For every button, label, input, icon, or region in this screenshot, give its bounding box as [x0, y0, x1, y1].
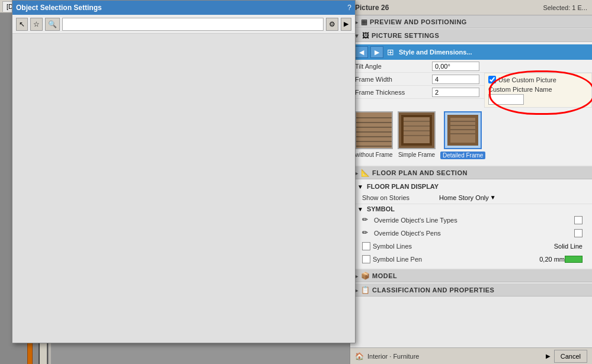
classification-section-header[interactable]: ▶ 📋 CLASSIFICATION AND PROPERTIES: [350, 284, 592, 297]
style-dropdown-icon: ⊞: [387, 47, 394, 57]
style-nav-back[interactable]: ◀: [355, 46, 368, 58]
tilt-angle-label: Tilt Angle: [355, 63, 432, 70]
floor-plan-content: ▼ FLOOR PLAN DISPLAY Show on Stories Hom…: [350, 179, 592, 268]
detailed-frame-option[interactable]: Detailed Frame: [440, 111, 485, 159]
override-pens-row: ✏ Override Object's Pens: [350, 227, 592, 240]
bottom-bar: 🏠 Interior · Furniture ▶ Cancel: [350, 347, 592, 364]
oss-title: Object Selection Settings: [16, 4, 102, 12]
override-pens-checkbox[interactable]: [574, 229, 583, 237]
use-custom-checkbox[interactable]: [488, 76, 496, 83]
symbol-line-pen-value: 0,20 mm: [539, 256, 565, 263]
show-on-stories-value: Home Story Only: [439, 194, 489, 201]
picture-settings-content: ◀ ▶ ⊞ Style and Dimensions... Tilt Angle…: [350, 42, 592, 165]
tilt-angle-value[interactable]: 0,00°: [432, 62, 479, 71]
floor-plan-display-label: FLOOR PLAN DISPLAY: [367, 183, 439, 190]
override-pens-icon: ✏: [362, 228, 372, 238]
picture-settings-label: PICTURE SETTINGS: [372, 32, 439, 39]
picture-settings-icon: 🖼: [362, 31, 369, 40]
right-panel: Picture 26 Selected: 1 E... ▶ ▦ PREVIEW …: [350, 0, 592, 364]
custom-name-row: Custom Picture Name: [488, 86, 588, 93]
without-frame-thumb: [355, 111, 393, 149]
simple-frame-label: Simple Frame: [398, 152, 435, 158]
floor-plan-display-collapse: ▼: [357, 183, 363, 190]
symbol-line-pen-row: Symbol Line Pen 0,20 mm: [350, 253, 592, 266]
frame-props: Frame Width 4 Frame Thickness 2: [350, 73, 484, 108]
custom-name-value-row: 2: [488, 94, 588, 105]
override-line-types-row: ✏ Override Object's Line Types: [350, 214, 592, 227]
floor-plan-section-label: FLOOR PLAN AND SECTION: [372, 169, 468, 176]
help-button[interactable]: ?: [347, 4, 351, 12]
symbol-label: SYMBOL: [367, 205, 395, 212]
frame-custom-row: Frame Width 4 Frame Thickness 2 Use Cust…: [350, 73, 592, 108]
override-pens-label: Override Object's Pens: [374, 230, 574, 237]
oss-dialog: Object Selection Settings ? ↖ ☆ 🔍 ⚙ ▶: [12, 0, 356, 343]
symbol-lines-value: Solid Line: [554, 243, 583, 250]
expand-button[interactable]: ▶: [341, 18, 351, 31]
detailed-frame-inner: [447, 115, 478, 146]
tilt-angle-row: Tilt Angle 0,00°: [350, 60, 592, 73]
classification-section-label: CLASSIFICATION AND PROPERTIES: [372, 286, 494, 294]
cursor-tool-button[interactable]: ↖: [16, 18, 28, 31]
custom-picture-area: Use Custom Picture Custom Picture Name 2: [484, 73, 592, 108]
simple-frame-thumb: [398, 111, 436, 149]
without-frame-option[interactable]: without Frame: [355, 111, 393, 159]
floor-plan-display-header[interactable]: ▼ FLOOR PLAN DISPLAY: [350, 182, 592, 191]
without-frame-label: without Frame: [355, 152, 392, 158]
style-label: Style and Dimensions...: [399, 49, 587, 56]
search-input[interactable]: [62, 18, 324, 31]
custom-name-input[interactable]: 2: [488, 94, 524, 105]
preview-section-label: PREVIEW AND POSITIONING: [370, 18, 467, 25]
detailed-frame-label: Detailed Frame: [440, 152, 485, 159]
preview-section-icon: ▦: [361, 18, 367, 26]
override-lt-icon: ✏: [362, 215, 372, 225]
oss-title-bar: Object Selection Settings ?: [12, 1, 355, 15]
show-on-stories-expand[interactable]: ▼: [490, 194, 496, 201]
settings-gear-button[interactable]: ⚙: [326, 18, 338, 31]
left-panel: [Drawing Section] ✕ [3D / All] rosoft Ob…: [0, 0, 350, 364]
show-on-stories-label: Show on Stories: [362, 194, 439, 201]
picture-settings-section-header[interactable]: ▼ 🖼 PICTURE SETTINGS: [350, 29, 592, 42]
floor-plan-section-icon: 📐: [361, 169, 370, 177]
thumbnails-row: without Frame Sim: [350, 108, 592, 163]
override-lt-label: Override Object's Line Types: [374, 217, 574, 224]
symbol-line-pen-label: Symbol Line Pen: [373, 256, 539, 263]
floor-plan-section-header[interactable]: ▶ 📐 FLOOR PLAN AND SECTION: [350, 166, 592, 179]
custom-name-label: Custom Picture Name: [488, 86, 552, 93]
right-panel-header: Picture 26 Selected: 1 E...: [350, 0, 592, 15]
model-section-header[interactable]: ▶ 📦 MODEL: [350, 269, 592, 282]
use-custom-checkbox-row: Use Custom Picture: [488, 76, 588, 83]
symbol-lines-checkbox[interactable]: [362, 242, 370, 250]
symbol-line-pen-checkbox[interactable]: [362, 255, 370, 263]
symbol-lines-label: Symbol Lines: [373, 243, 554, 250]
oss-toolbar: ↖ ☆ 🔍 ⚙ ▶: [12, 15, 355, 34]
override-lt-checkbox[interactable]: [574, 216, 583, 224]
frame-width-label: Frame Width: [355, 76, 432, 83]
style-nav-forward[interactable]: ▶: [370, 46, 383, 58]
cancel-button[interactable]: Cancel: [554, 350, 587, 363]
frame-width-row: Frame Width 4: [350, 73, 484, 86]
object-title: Picture 26: [355, 4, 389, 12]
simple-frame-option[interactable]: Simple Frame: [398, 111, 436, 159]
search-button[interactable]: 🔍: [45, 18, 60, 31]
thumb-texture: [356, 112, 392, 148]
interior-furniture-label: Interior · Furniture: [367, 353, 542, 360]
oss-content: [12, 34, 355, 343]
bottom-chevron-icon: ▶: [546, 353, 551, 359]
model-section-label: MODEL: [372, 272, 397, 279]
model-section-icon: 📦: [361, 272, 370, 280]
preview-section-header[interactable]: ▶ ▦ PREVIEW AND POSITIONING: [350, 15, 592, 28]
progress-bar-green: [565, 256, 583, 263]
bottom-bar-icon: 🏠: [355, 352, 364, 360]
simple-frame-border: [401, 115, 432, 146]
properties-scroll[interactable]: ▶ ▦ PREVIEW AND POSITIONING ▼ 🖼 PICTURE …: [350, 15, 592, 347]
detailed-frame-thumb: [444, 111, 482, 149]
frame-width-value[interactable]: 4: [432, 75, 479, 84]
symbol-lines-row: Symbol Lines Solid Line: [350, 240, 592, 253]
symbol-header[interactable]: ▼ SYMBOL: [350, 204, 592, 214]
frame-thickness-value[interactable]: 2: [432, 88, 479, 97]
style-nav-bar: ◀ ▶ ⊞ Style and Dimensions...: [350, 44, 592, 60]
frame-thickness-row: Frame Thickness 2: [350, 86, 484, 99]
selected-info: Selected: 1 E...: [543, 4, 587, 11]
show-on-stories-row: Show on Stories Home Story Only ▼: [350, 191, 592, 204]
star-button[interactable]: ☆: [30, 18, 43, 31]
